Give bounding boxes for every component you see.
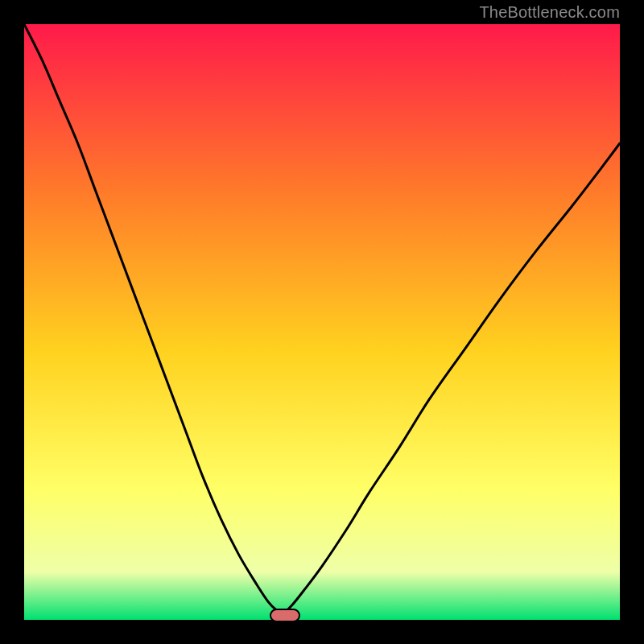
bottleneck-curve-left bbox=[24, 24, 283, 614]
bottleneck-curve-right bbox=[283, 143, 620, 614]
watermark-text: TheBottleneck.com bbox=[479, 3, 620, 22]
minimum-marker bbox=[270, 609, 300, 622]
curve-layer bbox=[24, 24, 620, 620]
outer-frame: TheBottleneck.com bbox=[0, 0, 644, 644]
plot-area bbox=[24, 24, 620, 620]
